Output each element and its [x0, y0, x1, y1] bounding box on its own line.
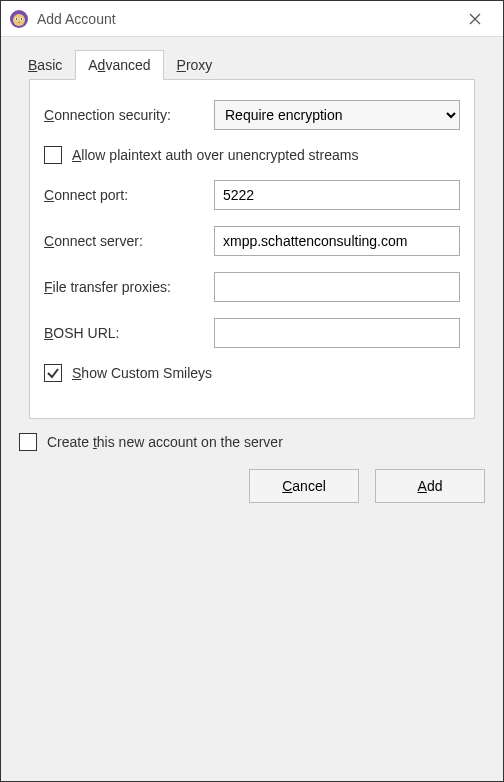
cancel-button[interactable]: Cancel: [249, 469, 359, 503]
connect-port-input[interactable]: [214, 180, 460, 210]
bosh-url-input[interactable]: [214, 318, 460, 348]
connect-server-input[interactable]: [214, 226, 460, 256]
allow-plaintext-checkbox[interactable]: [44, 146, 62, 164]
connect-server-label: Connect server:: [44, 233, 214, 249]
tabs: Basic Advanced Proxy Connection security…: [1, 37, 503, 433]
window-title: Add Account: [37, 11, 455, 27]
close-icon: [469, 13, 481, 25]
app-icon: [9, 9, 29, 29]
add-button[interactable]: Add: [375, 469, 485, 503]
show-smileys-label: Show Custom Smileys: [72, 365, 212, 381]
tab-proxy[interactable]: Proxy: [164, 50, 226, 80]
connection-security-select[interactable]: Require encryption: [214, 100, 460, 130]
svg-point-5: [21, 18, 22, 19]
svg-point-1: [13, 14, 25, 26]
advanced-panel: Connection security: Require encryption …: [29, 79, 475, 419]
create-on-server-checkbox[interactable]: [19, 433, 37, 451]
show-smileys-checkbox[interactable]: [44, 364, 62, 382]
tab-basic[interactable]: Basic: [15, 50, 75, 80]
file-transfer-proxies-input[interactable]: [214, 272, 460, 302]
create-on-server-label: Create this new account on the server: [47, 434, 283, 450]
tab-advanced[interactable]: Advanced: [75, 50, 163, 80]
bottom-area: Create this new account on the server Ca…: [1, 433, 503, 521]
close-button[interactable]: [455, 1, 495, 36]
svg-point-4: [16, 18, 17, 19]
connect-port-label: Connect port:: [44, 187, 214, 203]
window: Add Account Basic Advanced Proxy Connect…: [0, 0, 504, 782]
file-transfer-proxies-label: File transfer proxies:: [44, 279, 214, 295]
connection-security-label: Connection security:: [44, 107, 214, 123]
titlebar: Add Account: [1, 1, 503, 37]
allow-plaintext-label: Allow plaintext auth over unencrypted st…: [72, 147, 358, 163]
bosh-url-label: BOSH URL:: [44, 325, 214, 341]
